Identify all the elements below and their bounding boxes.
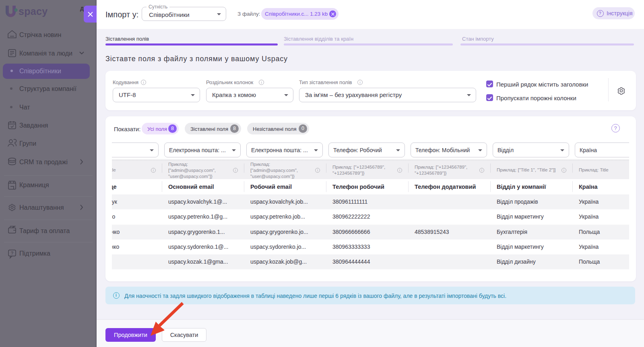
svg-text:?: ?	[11, 251, 13, 256]
